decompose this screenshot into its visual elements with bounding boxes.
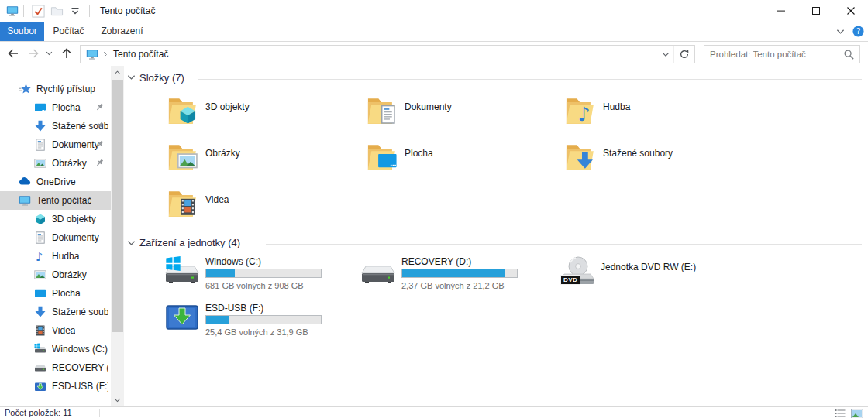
sidebar-item-plocha[interactable]: Plocha bbox=[0, 98, 111, 117]
sidebar-item-recovery-d[interactable]: RECOVERY (D:) bbox=[0, 358, 111, 377]
folder-item-hudba[interactable]: Hudba bbox=[560, 91, 742, 132]
downloads-icon bbox=[34, 306, 46, 318]
file-explorer-window: Tento počítač Soubor Počítač Zobrazení bbox=[0, 0, 868, 418]
chevron-down-icon bbox=[662, 52, 670, 57]
folder-item-label: Dokumenty bbox=[405, 101, 452, 112]
qat-customize-button[interactable] bbox=[66, 2, 84, 20]
drive-item-esd-usb-f[interactable]: ESD-USB (F:) 25,4 GB volných z 31,9 GB bbox=[163, 300, 353, 339]
window-title: Tento počítač bbox=[100, 5, 155, 16]
sidebar-scrollbar[interactable] bbox=[111, 66, 124, 406]
recent-locations-button[interactable] bbox=[46, 51, 53, 56]
pin-icon[interactable] bbox=[95, 103, 105, 112]
sidebar-item-label: Plocha bbox=[52, 288, 81, 299]
folders-section-header[interactable]: Složky (7) bbox=[140, 72, 184, 84]
sidebar-item-videa[interactable]: Videa bbox=[0, 321, 111, 340]
capacity-bar bbox=[205, 269, 322, 278]
sidebar-item-quick-access[interactable]: Rychlý přístup bbox=[0, 80, 111, 98]
expand-ribbon-button[interactable] bbox=[836, 29, 845, 35]
drive-label: Windows (C:) bbox=[205, 256, 261, 267]
scroll-down-button[interactable] bbox=[111, 393, 124, 406]
sidebar-item-3d-objekty[interactable]: 3D objekty bbox=[0, 210, 111, 228]
folder-item-stazene-soubory[interactable]: Stažené soubory bbox=[560, 138, 742, 178]
scrollbar-thumb[interactable] bbox=[112, 80, 123, 332]
back-button[interactable] bbox=[6, 46, 20, 60]
tab-soubor[interactable]: Soubor bbox=[0, 22, 44, 41]
sidebar-item-label: Windows (C:) bbox=[52, 344, 108, 355]
qat-properties-button[interactable] bbox=[29, 2, 47, 20]
sidebar-item-esd-usb-f[interactable]: ESD-USB (F:) bbox=[0, 377, 111, 396]
help-icon bbox=[852, 26, 864, 37]
folder-item-3d-objekty[interactable]: 3D objekty bbox=[163, 91, 345, 132]
items-count: Počet položek: 11 bbox=[5, 408, 72, 417]
folder-item-dokumenty[interactable]: Dokumenty bbox=[362, 91, 544, 132]
section-divider bbox=[198, 79, 862, 80]
breadcrumb[interactable]: Tento počítač bbox=[113, 49, 168, 60]
forward-button[interactable] bbox=[26, 46, 40, 60]
large-icons-view-button[interactable] bbox=[851, 409, 863, 418]
folder-downloads-icon bbox=[565, 141, 601, 173]
pin-icon[interactable] bbox=[95, 159, 105, 168]
search-input[interactable] bbox=[704, 46, 840, 62]
sidebar-item-hudba[interactable]: Hudba bbox=[0, 247, 111, 266]
qat-new-folder-button[interactable] bbox=[47, 2, 66, 20]
sidebar-item-obrazky[interactable]: Obrázky bbox=[0, 154, 111, 173]
sidebar-item-tento-pocitac[interactable]: Tento počítač bbox=[0, 191, 111, 210]
pin-icon[interactable] bbox=[95, 122, 105, 131]
chevron-down-icon bbox=[114, 398, 121, 403]
sidebar-item-plocha-pc[interactable]: Plocha bbox=[0, 284, 111, 303]
search-icon[interactable] bbox=[843, 49, 855, 60]
folder-item-plocha[interactable]: Plocha bbox=[362, 138, 544, 178]
sidebar-item-windows-c[interactable]: Windows (C:) bbox=[0, 340, 111, 358]
devices-section-header[interactable]: Zařízení a jednotky (4) bbox=[140, 237, 240, 248]
windows-drive-icon bbox=[34, 343, 46, 355]
refresh-button[interactable] bbox=[674, 46, 694, 63]
sidebar-item-onedrive[interactable]: OneDrive bbox=[0, 173, 111, 191]
folder-item-obrazky[interactable]: Obrázky bbox=[163, 138, 345, 178]
details-view-button[interactable] bbox=[835, 409, 846, 418]
folder-item-videa[interactable]: Videa bbox=[163, 184, 345, 224]
drive-item-recovery-d[interactable]: RECOVERY (D:) 2,37 GB volných z 21,2 GB bbox=[359, 254, 549, 293]
details-view-icon bbox=[835, 409, 846, 418]
status-bar: Počet položek: 11 bbox=[0, 406, 868, 418]
tab-pocitac[interactable]: Počítač bbox=[44, 22, 93, 41]
sidebar-item-dokumenty[interactable]: Dokumenty bbox=[0, 135, 111, 154]
help-button[interactable] bbox=[852, 26, 864, 37]
drive-item-dvd-e[interactable]: DVD Jednotka DVD RW (E:) bbox=[558, 254, 748, 293]
folder-videos-icon bbox=[167, 187, 203, 220]
folder-3d-objects-icon bbox=[167, 94, 203, 127]
pictures-icon bbox=[34, 157, 46, 170]
folder-desktop-icon bbox=[367, 141, 402, 173]
this-pc-icon bbox=[86, 48, 98, 60]
collapse-devices-button[interactable] bbox=[127, 240, 136, 246]
sidebar-item-label: Rychlý přístup bbox=[36, 84, 95, 94]
sidebar-item-stazene-soubory[interactable]: Stažené soub bbox=[0, 117, 111, 135]
items-view: Složky (7) 3D objekty Dokumenty Hudba bbox=[124, 66, 868, 406]
folder-item-label: Hudba bbox=[603, 101, 630, 112]
music-icon bbox=[34, 250, 46, 262]
maximize-icon bbox=[812, 7, 820, 15]
windows-drive-icon bbox=[164, 255, 200, 286]
sidebar-item-label: RECOVERY (D:) bbox=[52, 362, 108, 373]
address-dropdown-button[interactable] bbox=[658, 46, 673, 63]
tab-zobrazeni[interactable]: Zobrazení bbox=[93, 22, 151, 41]
scroll-up-button[interactable] bbox=[111, 66, 124, 79]
capacity-bar bbox=[401, 269, 518, 278]
folder-pictures-icon bbox=[167, 141, 203, 173]
minimize-button[interactable] bbox=[763, 0, 798, 22]
collapse-folders-button[interactable] bbox=[127, 74, 136, 81]
maximize-button[interactable] bbox=[798, 0, 833, 22]
up-button[interactable] bbox=[60, 46, 74, 60]
chevron-down-icon bbox=[127, 240, 136, 246]
sidebar-item-label: Dokumenty bbox=[52, 139, 99, 150]
pin-icon[interactable] bbox=[95, 140, 105, 149]
breadcrumb-chevron-icon bbox=[103, 51, 108, 58]
address-bar[interactable]: Tento počítač bbox=[80, 45, 695, 63]
close-button[interactable] bbox=[833, 0, 868, 22]
sidebar-item-obrazky-pc[interactable]: Obrázky bbox=[0, 266, 111, 284]
sidebar-item-stazene-soubory-pc[interactable]: Stažené soubory bbox=[0, 303, 111, 321]
quick-access-star-icon bbox=[19, 83, 31, 95]
drive-item-windows-c[interactable]: Windows (C:) 681 GB volných z 908 GB bbox=[163, 254, 353, 293]
dvd-badge: DVD bbox=[560, 275, 580, 285]
sidebar-item-dokumenty-pc[interactable]: Dokumenty bbox=[0, 228, 111, 247]
sidebar-item-label: Stažené soubory bbox=[52, 307, 108, 317]
